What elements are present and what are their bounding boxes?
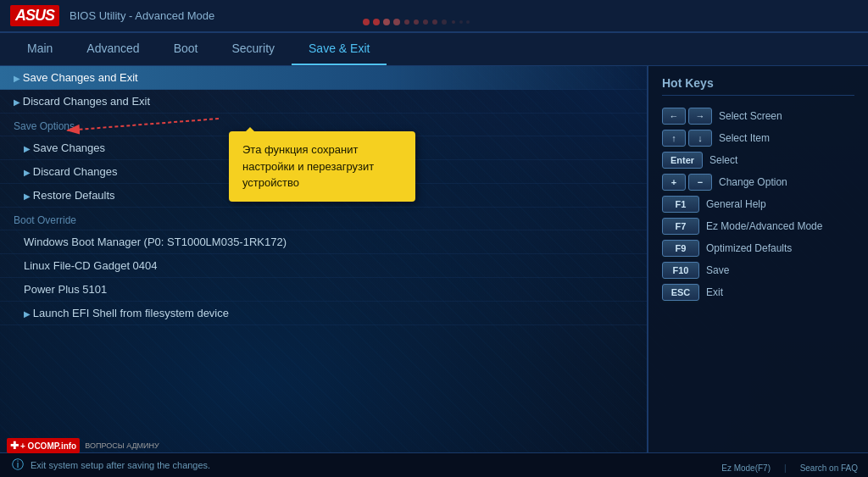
nav-bar: Main Advanced Boot Security Save & Exit [0,33,868,66]
nav-advanced[interactable]: Advanced [70,33,156,65]
nav-main[interactable]: Main [10,33,70,65]
hotkey-select-item-label: Select Item [719,132,770,144]
svg-point-6 [404,19,409,25]
menu-discard-changes-exit[interactable]: Discard Changes and Exit [0,90,647,114]
hotkey-f1-keys: F1 [662,196,699,213]
svg-point-7 [414,19,419,25]
svg-point-3 [373,19,380,25]
key-minus: − [688,174,712,191]
hotkey-esc-label: Exit [706,286,723,298]
section-boot-override: Boot Override [0,208,647,230]
menu-windows-boot[interactable]: Windows Boot Manager (P0: ST1000LM035-1R… [0,230,647,254]
key-f1: F1 [662,196,699,213]
watermark-logo: ✚ + OCOMP.info [7,438,80,453]
key-f7: F7 [662,218,699,235]
hotkey-f7-keys: F7 [662,218,699,235]
key-up-arrow: ↑ [662,130,686,147]
hotkey-change-option-keys: + − [662,174,712,191]
asus-logo: ASUS [10,5,59,26]
key-down-arrow: ↓ [688,130,712,147]
right-panel: Hot Keys ← → Select Screen ↑ ↓ Select It… [648,66,868,452]
hotkeys-title: Hot Keys [662,76,854,96]
svg-point-4 [383,19,390,25]
key-right-arrow: → [688,108,712,125]
hotkey-f1-label: General Help [706,198,766,210]
svg-point-8 [423,19,428,25]
search-on-faq[interactable]: Search on FAQ [800,463,858,473]
svg-point-5 [393,19,400,25]
menu-power-plus[interactable]: Power Plus 5101 [0,278,647,302]
key-left-arrow: ← [662,108,686,125]
hotkey-f1: F1 General Help [662,196,854,213]
hotkey-f10: F10 Save [662,262,854,279]
tooltip-text: Эта функция сохранит настройки и перезаг… [242,143,374,189]
hotkey-f9-keys: F9 [662,240,699,257]
tooltip-callout: Эта функция сохранит настройки и перезаг… [229,131,415,202]
nav-security[interactable]: Security [214,33,292,65]
arrow-svg [58,112,227,137]
hotkey-select-screen: ← → Select Screen [662,108,854,125]
bottom-status-text: Exit system setup after saving the chang… [31,460,210,470]
svg-point-11 [452,20,455,24]
info-icon: ⓘ [12,458,24,473]
key-esc: ESC [662,284,699,301]
hotkey-f7-label: Ez Mode/Advanced Mode [706,220,822,232]
hotkey-enter: Enter Select [662,152,854,169]
svg-point-2 [363,19,370,25]
nav-save-exit[interactable]: Save & Exit [292,33,387,65]
bottom-watermark: ✚ + OCOMP.info ВОПРОСЫ АДМИНУ [7,438,159,453]
hotkey-f10-keys: F10 [662,262,699,279]
hotkey-select-screen-keys: ← → [662,108,712,125]
hotkey-f10-label: Save [706,264,729,276]
menu-save-changes-exit[interactable]: Save Changes and Exit [0,66,647,90]
hotkey-enter-label: Select [709,154,737,166]
hotkey-f9: F9 Optimized Defaults [662,240,854,257]
menu-linux-filecd[interactable]: Linux File-CD Gadget 0404 [0,254,647,278]
hotkey-f9-label: Optimized Defaults [706,242,792,254]
hotkey-esc: ESC Exit [662,284,854,301]
hotkey-select-item: ↑ ↓ Select Item [662,130,854,147]
key-f10: F10 [662,262,699,279]
svg-point-10 [442,19,447,25]
svg-point-12 [459,20,463,24]
hotkey-f7: F7 Ez Mode/Advanced Mode [662,218,854,235]
svg-point-13 [466,20,470,24]
key-enter: Enter [662,152,703,169]
hotkey-select-screen-label: Select Screen [719,110,782,122]
hotkey-esc-keys: ESC [662,284,699,301]
key-f9: F9 [662,240,699,257]
hotkey-enter-keys: Enter [662,152,703,169]
dot-decoration [358,15,510,32]
svg-point-9 [432,19,437,25]
status-divider: | [784,463,787,473]
key-plus: + [662,174,686,191]
hotkey-change-option: + − Change Option [662,174,854,191]
menu-launch-efi[interactable]: Launch EFI Shell from filesystem device [0,302,647,325]
ez-mode-status: Ez Mode(F7) [721,463,771,473]
nav-boot[interactable]: Boot [157,33,215,65]
watermark-sub: ВОПРОСЫ АДМИНУ [85,441,159,450]
bottom-right-status: Ez Mode(F7) | Search on FAQ [721,463,858,473]
bios-title: BIOS Utility - Advanced Mode [70,9,214,22]
hotkey-select-item-keys: ↑ ↓ [662,130,712,147]
svg-line-1 [66,119,219,130]
hotkey-change-option-label: Change Option [719,176,787,188]
